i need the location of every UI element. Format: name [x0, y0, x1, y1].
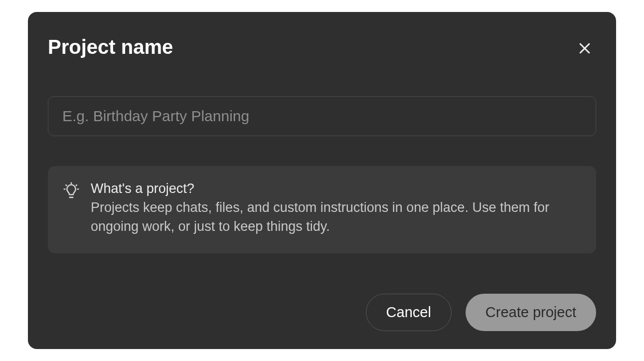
lightbulb-icon: [62, 182, 81, 236]
svg-line-6: [66, 185, 66, 185]
info-text: What's a project? Projects keep chats, f…: [91, 181, 582, 236]
info-heading: What's a project?: [91, 181, 582, 196]
modal-footer: Cancel Create project: [48, 294, 596, 331]
svg-line-7: [76, 185, 77, 185]
modal-header: Project name: [48, 32, 596, 61]
modal-title: Project name: [48, 36, 173, 58]
info-card: What's a project? Projects keep chats, f…: [48, 166, 596, 253]
project-name-field: [48, 96, 596, 136]
info-description: Projects keep chats, files, and custom i…: [91, 198, 582, 236]
close-icon: [577, 41, 592, 57]
create-project-modal: Project name What': [28, 12, 616, 349]
create-project-button[interactable]: Create project: [466, 294, 596, 331]
cancel-button[interactable]: Cancel: [366, 294, 452, 331]
project-name-input[interactable]: [48, 96, 596, 136]
close-button[interactable]: [573, 37, 596, 61]
